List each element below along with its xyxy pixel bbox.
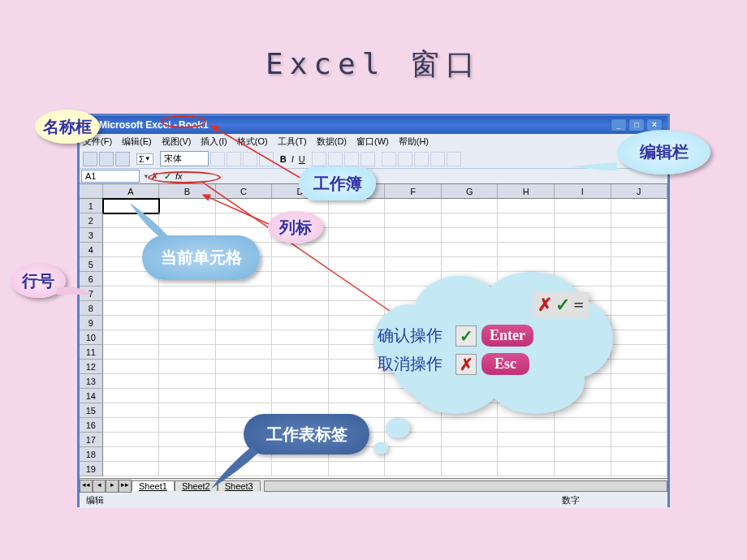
cell[interactable]: [103, 389, 160, 403]
cell[interactable]: [159, 286, 216, 301]
row-header[interactable]: 17: [80, 433, 103, 447]
select-all-corner[interactable]: [80, 184, 103, 199]
cell[interactable]: [103, 374, 160, 389]
cell[interactable]: [272, 316, 329, 330]
col-header[interactable]: F: [385, 184, 442, 199]
toolbar-btn[interactable]: [430, 152, 445, 166]
cell[interactable]: [498, 199, 555, 213]
cell[interactable]: [272, 462, 329, 476]
cell[interactable]: [159, 433, 216, 447]
col-header[interactable]: J: [611, 184, 667, 199]
cell[interactable]: [442, 418, 499, 433]
cell[interactable]: [555, 418, 611, 433]
new-button[interactable]: [83, 152, 97, 166]
cell[interactable]: [103, 301, 160, 316]
col-header[interactable]: H: [498, 184, 555, 199]
cell[interactable]: [159, 403, 216, 418]
italic-button[interactable]: I: [291, 154, 294, 164]
col-header[interactable]: B: [159, 184, 216, 199]
open-button[interactable]: [99, 152, 114, 166]
toolbar-btn[interactable]: [447, 152, 461, 166]
cell[interactable]: [611, 403, 667, 418]
cell[interactable]: [611, 433, 667, 447]
cell[interactable]: [103, 418, 160, 433]
cell[interactable]: [385, 462, 442, 476]
row-header[interactable]: 13: [80, 374, 103, 389]
cell[interactable]: [611, 389, 667, 403]
cell[interactable]: [611, 360, 667, 374]
cell[interactable]: [555, 433, 611, 447]
cell[interactable]: [216, 316, 273, 330]
cell[interactable]: [611, 374, 667, 389]
tab-nav-last[interactable]: ▸▸: [119, 480, 132, 493]
cell[interactable]: [442, 433, 499, 447]
menu-view[interactable]: 视图(V): [162, 136, 192, 148]
row-header[interactable]: 5: [80, 257, 103, 272]
cell[interactable]: [555, 228, 611, 243]
cell[interactable]: [272, 257, 329, 272]
cell[interactable]: [103, 360, 160, 374]
currency-button[interactable]: [382, 152, 396, 166]
cell[interactable]: [385, 213, 442, 228]
cell[interactable]: [103, 330, 160, 345]
cell[interactable]: [103, 286, 160, 301]
cell[interactable]: [159, 301, 216, 316]
cell[interactable]: [216, 360, 273, 374]
cell[interactable]: [385, 199, 442, 213]
cell[interactable]: [103, 345, 160, 360]
cell[interactable]: [611, 272, 667, 286]
cell[interactable]: [216, 199, 273, 213]
row-header[interactable]: 3: [80, 228, 103, 243]
cell[interactable]: [272, 272, 329, 286]
cell[interactable]: [385, 243, 442, 257]
row-header[interactable]: 1: [80, 199, 103, 213]
row-header[interactable]: 2: [80, 213, 103, 228]
cell[interactable]: [555, 199, 611, 213]
cell[interactable]: [329, 199, 386, 213]
cell[interactable]: [442, 257, 499, 272]
cell[interactable]: [159, 360, 216, 374]
cell[interactable]: [103, 433, 160, 447]
cell[interactable]: [611, 462, 667, 476]
row-header[interactable]: 11: [80, 345, 103, 360]
tab-nav-first[interactable]: ◂◂: [80, 480, 93, 493]
cell[interactable]: [611, 213, 667, 228]
cell[interactable]: [216, 345, 273, 360]
cell[interactable]: [329, 243, 386, 257]
menu-data[interactable]: 数据(D): [317, 136, 347, 148]
col-header[interactable]: I: [555, 184, 611, 199]
menu-window[interactable]: 窗口(W): [356, 136, 389, 148]
align-left-button[interactable]: [312, 152, 326, 166]
cell[interactable]: [159, 389, 216, 403]
cell[interactable]: [159, 418, 216, 433]
maximize-button[interactable]: □: [628, 118, 645, 131]
row-header[interactable]: 9: [80, 316, 103, 330]
cell[interactable]: [498, 462, 555, 476]
menu-help[interactable]: 帮助(H): [399, 136, 429, 148]
cell[interactable]: [498, 257, 555, 272]
cell[interactable]: [611, 228, 667, 243]
tab-nav-next[interactable]: ▸: [106, 480, 119, 493]
cell[interactable]: [329, 213, 386, 228]
row-header[interactable]: 15: [80, 403, 103, 418]
cell[interactable]: [611, 243, 667, 257]
cell[interactable]: [329, 228, 386, 243]
col-header[interactable]: A: [103, 184, 160, 199]
cell[interactable]: [611, 345, 667, 360]
cell[interactable]: [442, 462, 499, 476]
cell[interactable]: [611, 316, 667, 330]
row-header[interactable]: 18: [80, 447, 103, 462]
menu-edit[interactable]: 编辑(E): [122, 136, 152, 148]
merge-button[interactable]: [361, 152, 375, 166]
cell[interactable]: [498, 433, 555, 447]
cell[interactable]: [216, 389, 273, 403]
cell[interactable]: [272, 360, 329, 374]
cell[interactable]: [272, 286, 329, 301]
cell[interactable]: [272, 330, 329, 345]
cell[interactable]: [385, 257, 442, 272]
cell[interactable]: [159, 462, 216, 476]
row-header[interactable]: 10: [80, 330, 103, 345]
horizontal-scrollbar[interactable]: [264, 480, 667, 492]
font-select[interactable]: 宋体: [160, 151, 209, 166]
cell[interactable]: [611, 286, 667, 301]
